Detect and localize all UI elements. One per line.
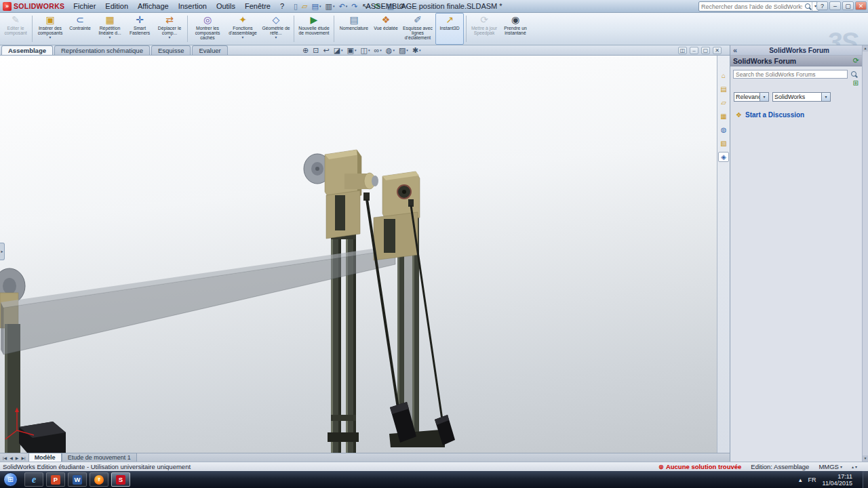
chevron-down-icon[interactable]: ▾ [169,35,171,39]
graphics-viewport[interactable]: ▸ [0,56,717,453]
taskbar-solidworks[interactable]: S [111,472,130,487]
ribbon-button-deplacer-le-composant[interactable]: ⇄ Déplacer le comp... ▾ [154,13,185,45]
chevron-down-icon[interactable]: ▾ [109,35,111,39]
ribbon-button-esquisse-lignes-eclatement[interactable]: ✐ Esquisse avec lignes d'éclatement [400,13,435,45]
view-settings-button[interactable]: ✱▾ [412,46,421,55]
menu-affichage[interactable]: Affichage [133,0,174,13]
minimize-button[interactable]: – [829,1,841,10]
tab-etude-de-mouvement-1[interactable]: Etude de mouvement 1 [62,453,137,462]
show-desktop-button[interactable] [863,471,868,488]
tab-evaluer[interactable]: Evaluer [192,45,227,55]
ribbon-button-fonctions-assemblage[interactable]: ✦ Fonctions d'assemblage ▾ [225,13,260,45]
new-file-icon[interactable]: ▯ [292,1,299,12]
tab-esquisse[interactable]: Esquisse [151,45,191,55]
edit-appearance-button[interactable]: ◍▾ [386,46,395,55]
start-discussion-link[interactable]: Start a Discussion [745,111,804,119]
redo-icon[interactable]: ↷ [350,1,359,12]
custom-properties-tab[interactable]: ▧ [718,138,729,148]
assembly-3d-model[interactable] [0,56,717,453]
last-tab-button[interactable]: ▶| [20,455,26,460]
forum-search-input[interactable] [733,70,848,79]
refresh-icon[interactable]: ⟳ [853,56,859,65]
menu-aide[interactable]: ? [275,0,289,13]
expand-up-button[interactable]: ▴ [852,464,854,469]
ribbon-button-repetition-lineaire[interactable]: ▦ Répétition linéaire d... ▾ [94,13,125,45]
section-view-button[interactable]: ◪▾ [334,46,343,55]
next-tab-button[interactable]: ▶ [15,455,20,460]
chevron-down-icon[interactable]: ▾ [821,93,830,101]
chevron-down-icon[interactable]: ▾ [760,93,768,101]
expand-down-button[interactable]: ▾ [855,464,857,469]
chevron-down-icon[interactable]: ▾ [50,35,52,39]
undo-icon[interactable]: ↶▾ [337,1,349,12]
tab-representation-schematique[interactable]: Représentation schématique [54,45,150,55]
hidden-icons-button[interactable]: ▴ [799,476,802,483]
print-icon[interactable]: ▥▾ [324,1,336,12]
ribbon-button-contrainte[interactable]: ⊂ Contrainte [66,13,94,45]
collapse-pane-button[interactable]: « [730,45,740,55]
ribbon-button-mettre-a-jour-speedpak[interactable]: ⟳ Mettre à jour Speedpak [469,13,500,45]
start-button[interactable]: ⊞ [3,472,18,487]
chevron-down-icon[interactable]: ▾ [242,35,244,39]
display-style-button[interactable]: ◫▾ [361,46,370,55]
units-selector[interactable]: MMGS ▾ [818,463,842,470]
tab-assemblage[interactable]: Assemblage [1,45,53,55]
open-file-icon[interactable]: ▱ [300,1,309,12]
help-search-input[interactable] [699,3,804,10]
solidworks-forum-tab[interactable]: ◈ [718,152,729,162]
ribbon-button-nouvelle-etude-de-mouvement[interactable]: ▶ Nouvelle étude de mouvement [296,13,332,45]
tab-modele[interactable]: Modèle [28,453,62,462]
menu-fenetre[interactable]: Fenêtre [240,0,275,13]
language-indicator[interactable]: FR [808,476,816,483]
ribbon-button-prendre-un-instantane[interactable]: ◉ Prendre un instantané [500,13,531,45]
ribbon-button-inserer-des-composants[interactable]: ▣ Insérer des composants ▾ [35,13,66,45]
previous-tab-button[interactable]: ◀ [9,455,14,460]
task-pane-scrollbar[interactable]: ▲ ▼ [862,45,868,462]
menu-insertion[interactable]: Insertion [174,0,212,13]
maximize-button[interactable]: ▢ [842,1,854,10]
help-button[interactable]: ? [816,1,828,10]
menu-edition[interactable]: Edition [100,0,133,13]
ribbon-button-editer-le-composant[interactable]: ✎ Editer le composant [1,13,30,45]
doc-minimize-button[interactable]: – [690,47,698,54]
hide-show-items-button[interactable]: ∞▾ [374,46,381,55]
taskbar-word[interactable]: W [68,472,87,487]
ribbon-button-instant3d[interactable]: ↗ Instant3D [435,13,464,45]
view-orientation-button[interactable]: ▣▾ [347,46,357,55]
view-palette-tab[interactable]: ▦ [718,111,729,121]
menu-fichier[interactable]: Fichier [68,0,100,13]
apply-scene-button[interactable]: ▨▾ [399,46,408,55]
search-icon[interactable] [804,3,812,10]
split-view-button[interactable]: ◫ [678,47,687,54]
sort-dropdown[interactable]: Relevance ▾ [734,92,769,102]
first-tab-button[interactable]: |◀ [2,455,7,460]
zoom-area-button[interactable]: ⊡ [313,46,319,55]
scroll-down-button[interactable]: ▼ [863,455,868,462]
close-button[interactable]: ✕ [855,1,867,10]
menu-outils[interactable]: Outils [212,0,240,13]
file-explorer-tab[interactable]: ▱ [718,98,729,108]
feature-tree-flyout-handle[interactable]: ▸ [0,243,5,260]
scope-dropdown[interactable]: SolidWorks ▾ [772,92,831,102]
taskbar-firefox[interactable]: f [90,472,108,487]
forum-new-post-icon[interactable]: ⊞ [853,80,859,87]
ribbon-button-geometrie-de-reference[interactable]: ◇ Géométrie de réfé... ▾ [260,13,292,45]
appearances-scenes-tab[interactable]: ◍ [718,125,729,135]
ribbon-button-vue-eclatee[interactable]: ❖ Vue éclatée [372,13,400,45]
scroll-up-button[interactable]: ▲ [863,45,868,52]
ribbon-button-smart-fasteners[interactable]: ✛ Smart Fasteners [125,13,154,45]
forum-search-button[interactable] [849,70,859,79]
doc-close-button[interactable]: ✕ [713,47,722,54]
chevron-down-icon[interactable]: ▾ [275,35,277,39]
ribbon-button-montrer-composants-caches[interactable]: ◎ Montrer les composants cachés [190,13,225,45]
doc-restore-button[interactable]: ▢ [701,47,710,54]
save-icon[interactable]: ▤▾ [311,1,323,12]
previous-view-button[interactable]: ↩ [323,46,329,55]
clock[interactable]: 17:11 11/04/2015 [823,473,852,487]
help-search-box[interactable]: ▾ [698,1,819,12]
ribbon-button-nomenclature[interactable]: ▤ Nomenclature [336,13,372,45]
solidworks-resources-tab[interactable]: ⌂ [718,70,729,81]
taskbar-powerpoint[interactable]: P [46,472,65,487]
taskbar-internet-explorer[interactable]: e [24,472,43,487]
design-library-tab[interactable]: ▤ [718,84,729,94]
